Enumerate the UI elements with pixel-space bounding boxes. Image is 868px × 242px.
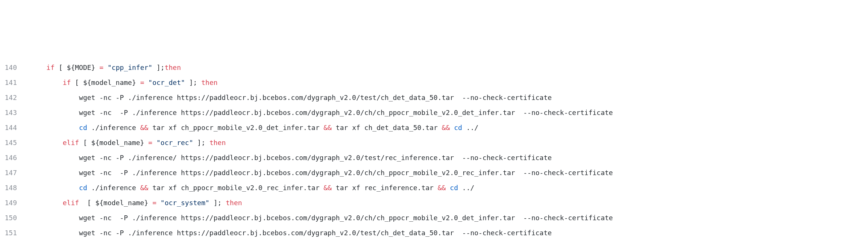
code-block: 140 if [ ${MODE} = "cpp_infer" ];then141… bbox=[0, 60, 868, 242]
token: then bbox=[165, 64, 181, 71]
code-line: 143 wget -nc -P ./inference https://padd… bbox=[0, 105, 868, 120]
token: wget -nc -P ./inference https://paddleoc… bbox=[79, 229, 552, 237]
token: cd bbox=[79, 124, 87, 132]
code-line: 141 if [ ${model_name} = "ocr_det" ]; th… bbox=[0, 75, 868, 90]
token: wget -nc -P ./inference https://paddleoc… bbox=[79, 109, 613, 116]
line-number: 142 bbox=[0, 90, 26, 105]
code-line: 146 wget -nc -P ./inference/ https://pad… bbox=[0, 150, 868, 165]
token: = bbox=[148, 139, 152, 147]
token: [ ${MODE} bbox=[55, 64, 99, 71]
indent bbox=[30, 214, 79, 222]
code-content[interactable]: wget -nc -P ./inference https://paddleoc… bbox=[26, 225, 868, 240]
code-content[interactable]: cd ./inference && tar xf ch_ppocr_mobile… bbox=[26, 120, 868, 135]
code-line: 148 cd ./inference && tar xf ch_ppocr_mo… bbox=[0, 180, 868, 195]
token: ]; bbox=[185, 79, 201, 86]
code-content[interactable]: if [ ${model_name} = "ocr_det" ]; then bbox=[26, 75, 868, 90]
token: && bbox=[323, 184, 332, 192]
code-line: 142 wget -nc -P ./inference https://padd… bbox=[0, 90, 868, 105]
indent bbox=[30, 94, 79, 101]
token: if bbox=[46, 64, 55, 71]
token: "ocr_system" bbox=[161, 199, 209, 207]
token: ../ bbox=[462, 124, 478, 132]
token: tar xf ch_det_data_50.tar bbox=[332, 124, 442, 132]
token: && bbox=[323, 124, 332, 132]
token: wget -nc -P ./inference https://paddleoc… bbox=[79, 169, 613, 177]
token: then bbox=[226, 199, 242, 207]
code-content[interactable]: wget -nc -P ./inference https://paddleoc… bbox=[26, 240, 868, 242]
token: && bbox=[140, 124, 149, 132]
line-number: 152 bbox=[0, 240, 26, 242]
code-line: 145 elif [ ${model_name} = "ocr_rec" ]; … bbox=[0, 135, 868, 150]
line-number: 145 bbox=[0, 135, 26, 150]
code-content[interactable]: wget -nc -P ./inference https://paddleoc… bbox=[26, 90, 868, 105]
token: wget -nc -P ./inference/ https://paddleo… bbox=[79, 154, 552, 162]
token: && bbox=[438, 184, 446, 192]
token: && bbox=[140, 184, 149, 192]
token: [ ${model_name} bbox=[79, 199, 152, 207]
token: if bbox=[63, 79, 71, 86]
token: ]; bbox=[209, 199, 226, 207]
line-number: 147 bbox=[0, 165, 26, 180]
line-number: 148 bbox=[0, 180, 26, 195]
code-content[interactable]: elif [ ${model_name} = "ocr_system" ]; t… bbox=[26, 195, 868, 210]
code-line: 147 wget -nc -P ./inference https://padd… bbox=[0, 165, 868, 180]
code-content[interactable]: wget -nc -P ./inference/ https://paddleo… bbox=[26, 150, 868, 165]
token: = bbox=[140, 79, 144, 86]
token bbox=[103, 64, 108, 71]
line-number: 149 bbox=[0, 195, 26, 210]
token bbox=[156, 199, 161, 207]
token: ../ bbox=[458, 184, 474, 192]
indent bbox=[30, 229, 79, 237]
token: then bbox=[209, 139, 226, 147]
token: && bbox=[442, 124, 450, 132]
token: ]; bbox=[193, 139, 209, 147]
code-line: 140 if [ ${MODE} = "cpp_infer" ];then bbox=[0, 60, 868, 75]
line-number: 146 bbox=[0, 150, 26, 165]
token: cd bbox=[454, 124, 462, 132]
indent bbox=[30, 79, 63, 86]
code-content[interactable]: elif [ ${model_name} = "ocr_rec" ]; then bbox=[26, 135, 868, 150]
code-line: 152 wget -nc -P ./inference https://padd… bbox=[0, 240, 868, 242]
indent bbox=[30, 64, 46, 71]
line-number: 140 bbox=[0, 60, 26, 75]
indent bbox=[30, 199, 63, 207]
token: elif bbox=[63, 199, 79, 207]
token: ./inference bbox=[87, 184, 140, 192]
code-content[interactable]: if [ ${MODE} = "cpp_infer" ];then bbox=[26, 60, 868, 75]
code-content[interactable]: wget -nc -P ./inference https://paddleoc… bbox=[26, 210, 868, 225]
token: tar xf ch_ppocr_mobile_v2.0_det_infer.ta… bbox=[148, 124, 323, 132]
token: wget -nc -P ./inference https://paddleoc… bbox=[79, 214, 613, 222]
indent bbox=[30, 184, 79, 192]
code-line: 144 cd ./inference && tar xf ch_ppocr_mo… bbox=[0, 120, 868, 135]
code-line: 150 wget -nc -P ./inference https://padd… bbox=[0, 210, 868, 225]
token bbox=[450, 124, 454, 132]
token: wget -nc -P ./inference https://paddleoc… bbox=[79, 94, 552, 101]
line-number: 151 bbox=[0, 225, 26, 240]
code-content[interactable]: cd ./inference && tar xf ch_ppocr_mobile… bbox=[26, 180, 868, 195]
token bbox=[446, 184, 450, 192]
line-number: 150 bbox=[0, 210, 26, 225]
code-content[interactable]: wget -nc -P ./inference https://paddleoc… bbox=[26, 105, 868, 120]
indent bbox=[30, 109, 79, 116]
token: = bbox=[99, 64, 103, 71]
token: "ocr_rec" bbox=[156, 139, 193, 147]
indent bbox=[30, 139, 63, 147]
code-line: 151 wget -nc -P ./inference https://padd… bbox=[0, 225, 868, 240]
token: cd bbox=[450, 184, 458, 192]
token: cd bbox=[79, 184, 87, 192]
indent bbox=[30, 154, 79, 162]
token bbox=[152, 139, 156, 147]
code-content[interactable]: wget -nc -P ./inference https://paddleoc… bbox=[26, 165, 868, 180]
code-line: 149 elif [ ${model_name} = "ocr_system" … bbox=[0, 195, 868, 210]
line-number: 141 bbox=[0, 75, 26, 90]
token: [ ${model_name} bbox=[79, 139, 148, 147]
token: elif bbox=[63, 139, 79, 147]
token: [ ${model_name} bbox=[71, 79, 140, 86]
token: = bbox=[152, 199, 156, 207]
line-number: 143 bbox=[0, 105, 26, 120]
indent bbox=[30, 169, 79, 177]
token: tar xf ch_ppocr_mobile_v2.0_rec_infer.ta… bbox=[148, 184, 323, 192]
token: tar xf rec_inference.tar bbox=[332, 184, 438, 192]
token: ./inference bbox=[87, 124, 140, 132]
token: ]; bbox=[152, 64, 165, 71]
